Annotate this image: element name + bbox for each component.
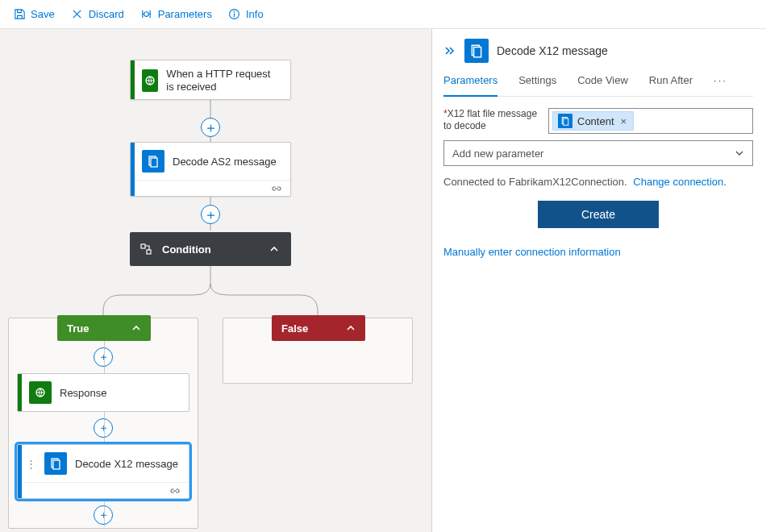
tab-settings[interactable]: Settings — [518, 74, 556, 91]
discard-icon — [71, 8, 84, 21]
card-accent — [18, 374, 22, 411]
card-footer — [18, 482, 189, 498]
true-header: True — [57, 315, 151, 341]
info-label: Info — [246, 8, 264, 20]
details-panel: Decode X12 message Parameters Settings C… — [431, 29, 766, 532]
info-icon — [228, 8, 241, 21]
create-button[interactable]: Create — [538, 201, 659, 228]
parameters-button[interactable]: Parameters — [134, 5, 219, 24]
add-step-button[interactable]: ＋ — [94, 418, 113, 438]
manual-connection-link[interactable]: Manually enter connection information — [443, 246, 753, 258]
add-step-button[interactable]: ＋ — [201, 205, 220, 224]
condition-icon — [139, 243, 152, 256]
add-parameter-dropdown[interactable]: Add new parameter — [443, 140, 753, 166]
card-accent — [18, 445, 22, 498]
decode-as2-title: Decode AS2 message — [173, 156, 277, 168]
designer-canvas[interactable]: When a HTTP request is received ＋ Decode… — [0, 29, 431, 532]
info-button[interactable]: Info — [222, 5, 270, 24]
response-title: Response — [60, 387, 107, 399]
save-button[interactable]: Save — [6, 5, 61, 24]
discard-button[interactable]: Discard — [65, 5, 131, 24]
link-icon — [169, 487, 181, 495]
parameters-icon — [140, 8, 153, 21]
content-token[interactable]: Content × — [552, 111, 634, 131]
svg-rect-19 — [564, 118, 568, 125]
field-label: *X12 flat file message to decode — [443, 108, 540, 132]
true-label: True — [67, 322, 89, 335]
chevron-up-icon[interactable] — [346, 323, 356, 333]
svg-point-2 — [234, 11, 235, 13]
panel-tabs: Parameters Settings Code View Run After … — [443, 74, 753, 97]
svg-rect-17 — [474, 48, 481, 57]
add-step-button[interactable]: ＋ — [94, 505, 113, 525]
true-branch[interactable]: True ＋ Response ＋ ⋮ — [8, 318, 198, 529]
file-icon — [142, 150, 164, 172]
connection-status: Connected to FabrikamX12Connection. Chan… — [443, 176, 753, 188]
response-card[interactable]: Response — [17, 373, 189, 412]
chevron-up-icon[interactable] — [267, 242, 281, 256]
save-icon — [13, 8, 26, 21]
file-icon — [464, 39, 489, 63]
tab-runafter[interactable]: Run After — [649, 74, 693, 91]
svg-rect-3 — [234, 14, 235, 18]
decode-as2-card[interactable]: Decode AS2 message — [130, 142, 291, 197]
tab-codeview[interactable]: Code View — [577, 74, 628, 91]
condition-title: Condition — [162, 243, 257, 256]
remove-token-icon[interactable]: × — [619, 115, 629, 127]
save-label: Save — [31, 8, 55, 20]
chevron-up-icon[interactable] — [131, 323, 141, 333]
chevron-down-icon — [735, 148, 744, 158]
link-icon — [271, 185, 282, 193]
card-accent — [131, 60, 135, 99]
parameters-label: Parameters — [158, 8, 212, 20]
svg-rect-15 — [53, 460, 60, 469]
content-input[interactable]: Content × — [548, 108, 753, 134]
svg-rect-11 — [147, 250, 151, 254]
drag-handle-icon[interactable]: ⋮ — [26, 458, 36, 470]
add-step-button[interactable]: ＋ — [201, 118, 220, 137]
trigger-card[interactable]: When a HTTP request is received — [130, 60, 291, 100]
svg-point-0 — [144, 12, 149, 17]
add-parameter-label: Add new parameter — [452, 148, 543, 160]
token-label: Content — [577, 115, 614, 127]
false-branch[interactable]: False — [223, 318, 413, 384]
condition-card[interactable]: Condition — [130, 232, 291, 266]
false-label: False — [281, 322, 308, 335]
false-header: False — [272, 315, 365, 341]
change-connection-link[interactable]: Change connection. — [633, 176, 726, 188]
file-icon — [558, 114, 572, 128]
decode-x12-title: Decode X12 message — [75, 458, 178, 470]
card-accent — [131, 143, 135, 196]
tab-more[interactable]: ··· — [714, 74, 727, 91]
discard-label: Discard — [89, 8, 124, 20]
toolbar: Save Discard Parameters Info — [0, 0, 766, 29]
file-icon — [44, 452, 67, 475]
card-footer — [131, 180, 290, 196]
response-icon — [29, 381, 52, 404]
trigger-title: When a HTTP request is received — [166, 68, 281, 93]
decode-x12-card[interactable]: ⋮ Decode X12 message — [17, 444, 189, 499]
svg-rect-9 — [151, 158, 157, 167]
svg-rect-10 — [141, 244, 145, 248]
collapse-panel-icon[interactable] — [443, 45, 456, 56]
panel-title: Decode X12 message — [497, 44, 608, 57]
http-icon — [142, 69, 158, 92]
tab-parameters[interactable]: Parameters — [443, 74, 497, 97]
add-step-button[interactable]: ＋ — [94, 347, 113, 367]
